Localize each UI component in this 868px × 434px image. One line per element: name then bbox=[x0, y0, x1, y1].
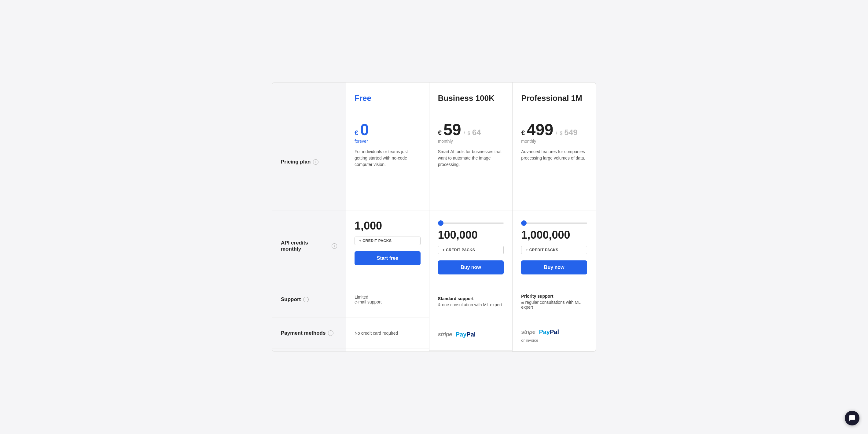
business-usd-amount: 64 bbox=[472, 128, 481, 137]
professional-price-divider: / bbox=[556, 130, 557, 136]
professional-usd-amount: 549 bbox=[564, 128, 577, 137]
professional-pricing-section: € 499 / $ 549 monthly Advanced features … bbox=[513, 113, 596, 211]
professional-slider-wrapper bbox=[521, 219, 587, 225]
professional-currency: € bbox=[521, 129, 525, 137]
business-plan-name: Business 100K bbox=[438, 94, 495, 103]
free-pricing-section: € 0 forever For individuals or teams jus… bbox=[346, 113, 429, 211]
plans-area: Free € 0 forever For individuals or team… bbox=[346, 83, 596, 351]
api-credits-info-icon[interactable]: i bbox=[332, 243, 337, 249]
professional-paypal-logo: PayPal bbox=[539, 329, 559, 336]
header-spacer bbox=[272, 83, 346, 113]
free-price-amount: 0 bbox=[360, 122, 369, 137]
business-currency: € bbox=[438, 129, 442, 137]
business-payment-logos: stripe PayPal bbox=[438, 331, 504, 338]
professional-plan-name: Professional 1M bbox=[521, 94, 582, 103]
free-credit-packs-button[interactable]: + CREDIT PACKS bbox=[354, 237, 421, 245]
business-credits-amount: 100,000 bbox=[438, 228, 504, 242]
free-support-section: Limited e-mail support bbox=[346, 281, 429, 318]
chat-icon bbox=[849, 415, 856, 422]
professional-plan-header: Professional 1M bbox=[513, 83, 596, 113]
professional-credits-slider[interactable] bbox=[521, 222, 587, 224]
api-credits-label-row: API credits monthly i bbox=[272, 211, 346, 281]
free-price-line: € 0 bbox=[354, 122, 421, 137]
support-label-row: Support i bbox=[272, 281, 346, 318]
professional-price-line: € 499 / $ 549 bbox=[521, 122, 587, 137]
business-support-primary: Standard support bbox=[438, 296, 504, 301]
business-slider-wrapper bbox=[438, 219, 504, 225]
business-price-amount: 59 bbox=[443, 122, 461, 137]
professional-credits-section: 1,000,000 + CREDIT PACKS Buy now bbox=[513, 211, 596, 283]
pricing-plan-label: Pricing plan i bbox=[281, 159, 318, 165]
business-credits-section: 100,000 + CREDIT PACKS Buy now bbox=[429, 211, 513, 283]
free-currency: € bbox=[354, 129, 358, 137]
free-payment-section: No credit card required bbox=[346, 318, 429, 348]
professional-stripe-logo: stripe bbox=[521, 329, 535, 335]
business-plan-header: Business 100K bbox=[429, 83, 513, 113]
professional-support-section: Priority support & regular consultations… bbox=[513, 283, 596, 320]
business-payment-section: stripe PayPal bbox=[429, 320, 513, 350]
business-plan-description: Smart AI tools for businesses that want … bbox=[438, 149, 504, 168]
professional-credit-packs-button[interactable]: + CREDIT PACKS bbox=[521, 246, 587, 254]
business-plan-column: Business 100K € 59 / $ 64 monthly Smart … bbox=[429, 83, 513, 351]
business-credits-slider[interactable] bbox=[438, 222, 504, 224]
professional-or-invoice: or invoice bbox=[521, 338, 587, 343]
payment-methods-label: Payment methods i bbox=[281, 330, 334, 336]
free-plan-name: Free bbox=[354, 94, 371, 103]
business-buy-button[interactable]: Buy now bbox=[438, 260, 504, 275]
professional-support-secondary: & regular consultations with ML expert bbox=[521, 300, 587, 310]
support-info-icon[interactable]: i bbox=[303, 297, 309, 302]
pricing-table: Pricing plan i API credits monthly i Sup… bbox=[272, 82, 596, 352]
business-price-divider: / bbox=[464, 130, 465, 136]
free-support-secondary: e-mail support bbox=[354, 300, 421, 304]
professional-payment-logos: stripe PayPal bbox=[521, 329, 587, 336]
business-support-secondary: & one consultation with ML expert bbox=[438, 302, 504, 307]
professional-price-period: monthly bbox=[521, 139, 587, 144]
business-credit-packs-button[interactable]: + CREDIT PACKS bbox=[438, 246, 504, 254]
free-plan-column: Free € 0 forever For individuals or team… bbox=[346, 83, 429, 351]
business-support-section: Standard support & one consultation with… bbox=[429, 283, 513, 320]
pricing-plan-info-icon[interactable]: i bbox=[313, 159, 318, 165]
professional-buy-button[interactable]: Buy now bbox=[521, 260, 587, 275]
free-price-period: forever bbox=[354, 139, 421, 144]
professional-price-amount: 499 bbox=[527, 122, 554, 137]
business-usd-currency: $ bbox=[468, 131, 470, 136]
free-start-button[interactable]: Start free bbox=[354, 251, 421, 265]
professional-credits-amount: 1,000,000 bbox=[521, 228, 587, 242]
business-price-period: monthly bbox=[438, 139, 504, 144]
pricing-plan-label-row: Pricing plan i bbox=[272, 113, 346, 211]
free-credits-amount: 1,000 bbox=[354, 219, 421, 232]
api-credits-label: API credits monthly i bbox=[281, 240, 337, 252]
professional-plan-description: Advanced features for companies processi… bbox=[521, 149, 587, 161]
business-price-line: € 59 / $ 64 bbox=[438, 122, 504, 137]
payment-info-icon[interactable]: i bbox=[328, 331, 334, 336]
free-plan-description: For individuals or teams just getting st… bbox=[354, 149, 421, 168]
free-credits-section: 1,000 + CREDIT PACKS Start free bbox=[346, 211, 429, 281]
free-payment-text: No credit card required bbox=[354, 331, 421, 336]
free-plan-header: Free bbox=[346, 83, 429, 113]
free-support-primary: Limited bbox=[354, 294, 421, 300]
business-stripe-logo: stripe bbox=[438, 331, 452, 338]
row-labels: Pricing plan i API credits monthly i Sup… bbox=[272, 83, 346, 351]
business-paypal-logo: PayPal bbox=[456, 331, 476, 338]
professional-support-primary: Priority support bbox=[521, 294, 587, 299]
professional-plan-column: Professional 1M € 499 / $ 549 monthly Ad… bbox=[512, 83, 596, 351]
professional-payment-section: stripe PayPal or invoice bbox=[513, 320, 596, 351]
chat-button[interactable] bbox=[845, 411, 860, 426]
professional-usd-currency: $ bbox=[560, 131, 562, 136]
business-pricing-section: € 59 / $ 64 monthly Smart AI tools for b… bbox=[429, 113, 513, 211]
support-label: Support i bbox=[281, 297, 309, 303]
payment-methods-label-row: Payment methods i bbox=[272, 318, 346, 348]
